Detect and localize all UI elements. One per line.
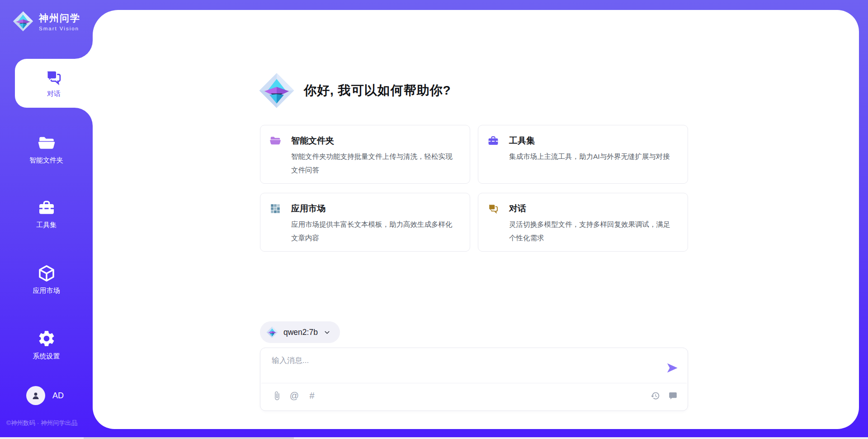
horizontal-scrollbar-thumb[interactable]	[84, 437, 294, 439]
send-arrow-icon	[666, 362, 679, 374]
tab-connector-top	[75, 40, 93, 59]
sidebar-item-settings[interactable]: 系统设置	[0, 320, 93, 370]
history-button[interactable]	[650, 390, 660, 401]
brand-subtitle: Smart Vision	[39, 26, 80, 31]
horizontal-scrollbar-track	[0, 437, 868, 439]
card-app-market[interactable]: 应用市场 应用市场提供丰富长文本模板，助力高效生成多样化文章内容	[260, 193, 470, 252]
tab-connector-bottom	[75, 108, 93, 127]
card-description: 集成市场上主流工具，助力AI与外界无缝扩展与对接	[509, 150, 677, 163]
folder-icon	[269, 135, 281, 147]
card-title: 工具集	[509, 135, 535, 147]
greeting-title: 你好, 我可以如何帮助你?	[304, 82, 451, 99]
copyright-text: ©神州数码 · 神州问学出品	[6, 419, 77, 427]
sidebar-item-label: 工具集	[36, 221, 57, 229]
avatar	[26, 386, 45, 405]
sidebar-item-app-market[interactable]: 应用市场	[0, 255, 93, 305]
model-name: qwen2:7b	[283, 328, 318, 337]
greeting-block: 你好, 我可以如何帮助你?	[259, 72, 451, 109]
sidebar-item-label: 应用市场	[33, 286, 60, 295]
hash-icon: #	[309, 391, 314, 400]
folder-icon	[38, 134, 56, 152]
card-description: 智能文件夹功能支持批量文件上传与清洗，轻松实现文件问答	[291, 150, 459, 177]
diamond-logo-icon	[266, 326, 278, 338]
sidebar: 神州问学 Smart Vision 对话 智能文件夹 工具集 应用市场 系统设置	[0, 0, 93, 439]
card-title: 应用市场	[291, 203, 326, 215]
at-sign-icon: @	[290, 391, 299, 400]
sidebar-item-label: 智能文件夹	[29, 156, 63, 165]
mention-button[interactable]: @	[289, 390, 299, 401]
user-initials: AD	[52, 391, 64, 401]
card-description: 灵活切换多模型文件，支持多样回复效果调试，满足个性化需求	[509, 218, 677, 245]
sidebar-item-label: 系统设置	[33, 352, 60, 361]
sidebar-item-smart-folder[interactable]: 智能文件夹	[0, 124, 93, 174]
sidebar-item-chat[interactable]: 对话	[15, 59, 93, 108]
chat-square-icon	[668, 391, 678, 401]
toolbox-icon	[487, 135, 499, 147]
chat-bubbles-icon	[45, 68, 63, 86]
card-smart-folder[interactable]: 智能文件夹 智能文件夹功能支持批量文件上传与清洗，轻松实现文件问答	[260, 125, 470, 184]
card-title: 智能文件夹	[291, 135, 334, 147]
sidebar-item-toolset[interactable]: 工具集	[0, 189, 93, 239]
composer-toolbar: @ #	[272, 390, 678, 401]
sidebar-item-label: 对话	[47, 90, 61, 98]
model-selector[interactable]: qwen2:7b	[260, 321, 340, 343]
paperclip-icon	[272, 391, 282, 401]
cube-icon	[38, 264, 56, 282]
user-profile[interactable]: AD	[26, 386, 64, 405]
message-composer: @ #	[260, 348, 688, 411]
brand-name: 神州问学	[39, 12, 80, 24]
history-icon	[651, 391, 660, 401]
toolbox-icon	[38, 199, 56, 217]
attach-file-button[interactable]	[272, 390, 282, 401]
composer-divider	[261, 383, 687, 383]
gear-icon	[37, 329, 56, 348]
topic-button[interactable]: #	[307, 390, 317, 401]
person-icon	[30, 390, 41, 401]
chevron-down-icon	[323, 329, 331, 336]
conversation-button[interactable]	[668, 390, 678, 401]
grid-icon	[269, 203, 281, 215]
card-chat[interactable]: 对话 灵活切换多模型文件，支持多样回复效果调试，满足个性化需求	[478, 193, 688, 252]
chat-bubbles-icon	[487, 203, 499, 215]
card-title: 对话	[509, 203, 526, 215]
diamond-logo-icon	[259, 72, 295, 109]
send-button[interactable]	[666, 362, 679, 374]
message-input[interactable]	[272, 355, 651, 381]
card-description: 应用市场提供丰富长文本模板，助力高效生成多样化文章内容	[291, 218, 459, 245]
diamond-logo-icon	[13, 11, 33, 32]
card-toolset[interactable]: 工具集 集成市场上主流工具，助力AI与外界无缝扩展与对接	[478, 125, 688, 184]
feature-cards: 智能文件夹 智能文件夹功能支持批量文件上传与清洗，轻松实现文件问答 工具集 集成…	[260, 125, 688, 252]
brand-logo: 神州问学 Smart Vision	[13, 11, 80, 32]
